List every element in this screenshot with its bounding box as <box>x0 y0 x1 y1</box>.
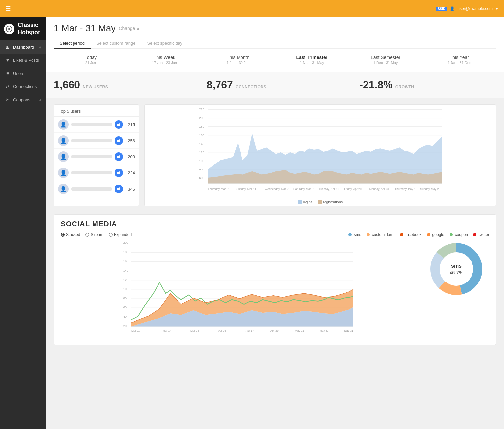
top5-title: Top 5 users <box>54 105 139 117</box>
svg-text:May 22: May 22 <box>320 329 329 332</box>
logins-color-swatch <box>298 200 302 204</box>
top-header: ☰ SSID 👤 user@example.com ▼ <box>0 0 504 17</box>
period-tabs: Select period Select custom range Select… <box>54 38 496 49</box>
svg-text:160: 160 <box>199 133 204 137</box>
svg-text:80: 80 <box>123 297 127 300</box>
tab-select-specific-day[interactable]: Select specific day <box>141 38 188 49</box>
legend-facebook: facebook <box>400 232 422 237</box>
header-dropdown-arrow[interactable]: ▼ <box>495 7 499 11</box>
sidebar-item-coupons[interactable]: ✂ Coupons ◀ <box>0 93 46 106</box>
tab-select-custom-range[interactable]: Select custom range <box>91 38 141 49</box>
svg-text:Sunday, May 20: Sunday, May 20 <box>420 187 440 191</box>
logo-icon <box>4 24 14 34</box>
svg-point-66 <box>440 253 473 285</box>
sidebar-item-dashboard[interactable]: ⊞ Dashboard ◀ <box>0 40 46 54</box>
sidebar-item-likes-posts[interactable]: ♥ Likes & Posts <box>0 54 46 67</box>
view-expanded[interactable]: Expanded <box>109 232 132 237</box>
sms-dot <box>348 233 352 236</box>
app-name: Classic Hotspot <box>18 22 42 36</box>
date-header: 1 Mar - 31 May Change ▲ Select period Se… <box>46 17 504 49</box>
google-label: google <box>432 232 444 237</box>
svg-text:200: 200 <box>199 116 204 120</box>
facebook-dot <box>400 233 403 236</box>
date-title-row: 1 Mar - 31 May Change ▲ <box>54 23 496 34</box>
registrations-legend-label: registrations <box>323 200 343 204</box>
svg-text:Mar 25: Mar 25 <box>190 329 199 332</box>
avatar: 👤 <box>58 135 69 146</box>
svg-text:sms: sms <box>451 263 462 269</box>
legend-twitter: twitter <box>473 232 489 237</box>
svg-text:180: 180 <box>123 250 129 254</box>
svg-text:120: 120 <box>123 278 129 282</box>
custom-form-label: custom_form <box>372 232 395 237</box>
svg-rect-1 <box>117 124 120 126</box>
stat-divider-1 <box>199 79 199 91</box>
top5-box: Top 5 users 👤 215 👤 <box>54 104 139 206</box>
period-last-trimester[interactable]: Last Trimester 1 Mar - 31 May <box>275 53 349 67</box>
sidebar-likes-label: Likes & Posts <box>13 58 39 63</box>
change-link[interactable]: Change ▲ <box>119 26 140 31</box>
charts-row: Top 5 users 👤 215 👤 <box>54 104 496 206</box>
new-users-value: 1,660 <box>54 79 80 91</box>
connections-icon: ⇄ <box>5 84 10 89</box>
avatar: 👤 <box>58 168 69 178</box>
sidebar-connections-label: Connections <box>13 84 37 89</box>
stat-new-users: 1,660 NEW USERS <box>54 79 191 91</box>
svg-text:Apr 29: Apr 29 <box>270 329 279 332</box>
logins-chart-svg: 220 200 180 160 140 120 100 80 60 <box>145 105 496 197</box>
table-row: 👤 203 <box>54 149 139 165</box>
legend-google: google <box>427 232 444 237</box>
table-row: 👤 215 <box>54 117 139 133</box>
stacked-label: Stacked <box>66 232 80 237</box>
tab-select-period[interactable]: Select period <box>54 38 91 49</box>
date-range-label: 1 Mar - 31 May <box>54 23 116 34</box>
svg-text:Mar 01: Mar 01 <box>131 329 140 332</box>
donut-chart-area: sms 46.7% <box>424 239 489 299</box>
stream-label: Stream <box>91 232 103 237</box>
svg-text:40: 40 <box>123 315 127 318</box>
coupon-label: coupon <box>455 232 468 237</box>
svg-text:May 11: May 11 <box>295 329 304 332</box>
sidebar-item-connections[interactable]: ⇄ Connections <box>0 80 46 93</box>
sidebar-logo: Classic Hotspot <box>0 17 46 40</box>
period-this-month[interactable]: This Month 1 Jun - 30 Jun <box>201 53 275 67</box>
user-name-blur <box>71 187 112 191</box>
social-stacked-chart: 202 180 160 140 120 100 80 60 40 20 <box>61 239 418 339</box>
period-this-year[interactable]: This Year 1 Jan - 31 Dec <box>422 53 496 67</box>
stat-divider-2 <box>351 79 351 91</box>
period-options: Today 21 Jun This Week 17 Jun - 23 Jun T… <box>46 49 504 72</box>
header-left: ☰ <box>5 5 11 12</box>
google-dot <box>427 233 430 236</box>
user-count: 345 <box>126 187 135 192</box>
chart-legend: logins registrations <box>145 198 496 206</box>
svg-text:Mar 14: Mar 14 <box>163 329 172 332</box>
user-name-blur <box>71 123 112 126</box>
hamburger-button[interactable]: ☰ <box>5 5 11 12</box>
period-this-week[interactable]: This Week 17 Jun - 23 Jun <box>128 53 201 67</box>
sidebar-item-users[interactable]: ≡ Users <box>0 67 46 80</box>
stat-growth: -21.8% GROWTH <box>359 79 496 91</box>
svg-rect-5 <box>117 188 120 190</box>
view-stacked[interactable]: Stacked <box>61 232 80 237</box>
coupons-arrow: ◀ <box>39 98 41 102</box>
twitter-label: twitter <box>479 232 489 237</box>
user-name-blur <box>71 171 112 174</box>
legend-sms: sms <box>348 232 361 237</box>
view-stream[interactable]: Stream <box>85 232 103 237</box>
stacked-radio <box>61 233 65 237</box>
user-email: user@example.com <box>457 6 493 11</box>
period-today[interactable]: Today 21 Jun <box>54 53 128 67</box>
svg-text:120: 120 <box>199 150 204 154</box>
svg-text:100: 100 <box>199 159 204 163</box>
stat-connections: 8,767 CONNECTIONS <box>207 79 344 91</box>
period-last-semester[interactable]: Last Semester 1 Dec - 31 May <box>349 53 423 67</box>
user-count: 215 <box>126 122 135 127</box>
user-name-blur <box>71 139 112 142</box>
logins-legend-label: logins <box>303 200 313 204</box>
svg-text:Monday, Apr 30: Monday, Apr 30 <box>369 187 389 191</box>
coupons-icon: ✂ <box>5 97 10 102</box>
user-count: 203 <box>126 154 135 159</box>
svg-text:180: 180 <box>199 125 204 128</box>
connections-value: 8,767 <box>207 79 233 91</box>
header-right: SSID 👤 user@example.com ▼ <box>436 6 499 11</box>
